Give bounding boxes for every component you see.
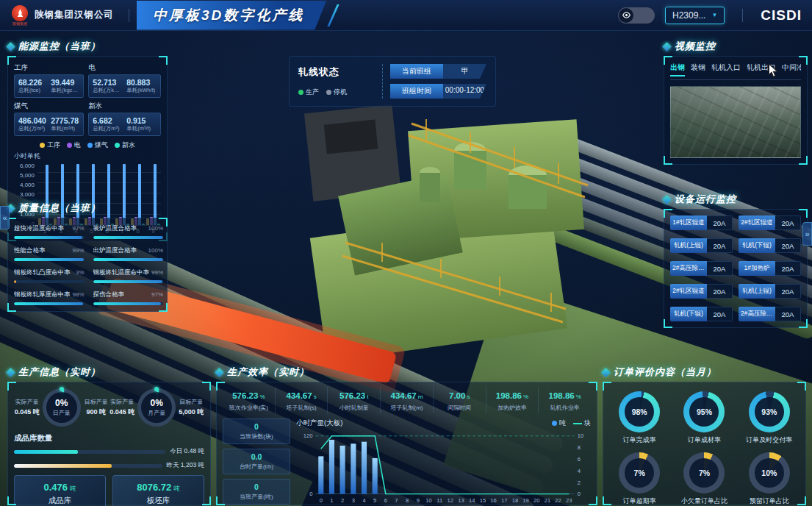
- device-item[interactable]: 轧机(上辊)20A: [739, 284, 801, 299]
- video-tab[interactable]: 中间冷: [782, 63, 801, 76]
- gauge-side-label: 实际产量: [15, 398, 40, 406]
- device-item[interactable]: 轧机(下辊)20A: [739, 238, 801, 253]
- hourly-chart-svg: 1200108642001234567891011121314151617181…: [296, 428, 591, 505]
- svg-text:3: 3: [352, 498, 355, 504]
- legend-dot: [326, 90, 331, 95]
- energy-value: 486.040: [18, 116, 47, 125]
- gauge-percent: 0%: [55, 398, 68, 408]
- energy-card: 52.713总耗(万kWh)80.883单耗(kWh/t): [88, 74, 161, 98]
- device-item[interactable]: 2#轧区辊道20A: [739, 215, 801, 230]
- video-frame[interactable]: [670, 86, 801, 158]
- stock-box-label: 板坯库: [116, 496, 201, 506]
- production-title: 生产信息（实时）: [18, 366, 101, 379]
- video-panel: 视频监控 出钢装钢轧机入口轧机出口中间冷电动热…: [664, 40, 808, 165]
- device-value: 20A: [775, 238, 801, 253]
- line-status-label: 班组时间: [390, 84, 443, 99]
- energy-metric: 6.682总耗(万m³): [93, 116, 123, 132]
- line-status-rows: 当前班组甲班组时间00:00-12:00: [390, 64, 486, 99]
- stat-unit: %: [523, 393, 528, 400]
- gauge-percent: 0%: [151, 398, 163, 408]
- line-status-legend: 生产停机: [298, 88, 375, 97]
- legend-item: 吨: [552, 418, 566, 428]
- stock-bars: 今日 0.48 吨昨天 1,203 吨: [14, 447, 204, 470]
- visibility-toggle[interactable]: [618, 7, 655, 24]
- quality-item: 钢板终轧温度命中率99%: [93, 268, 164, 283]
- device-name: 2#轧区辊道: [670, 284, 707, 299]
- quality-bar-fill: [93, 258, 164, 261]
- device-value: 20A: [707, 215, 733, 230]
- quality-label: 钢板终轧凸度命中率: [14, 268, 71, 277]
- energy-card: 68.226总耗(tce)39.449单耗(kgce/t): [14, 74, 84, 98]
- stat-label: 坯子轧制(m): [383, 404, 431, 412]
- quality-percent: 100%: [148, 225, 163, 232]
- gauge-side-value: 5,000 吨: [179, 407, 204, 417]
- gauge-side-label: 目标产量: [84, 398, 109, 406]
- device-item[interactable]: 2#高压除鳞泵20A: [670, 261, 733, 276]
- device-name: 轧机(上辊): [739, 284, 775, 299]
- energy-label: 总耗(tce): [18, 87, 47, 94]
- device-name: 2#高压除鳞泵: [670, 261, 707, 276]
- quality-bar-fill: [14, 302, 83, 305]
- device-value: 20A: [775, 307, 801, 321]
- video-tab[interactable]: 出钢: [670, 63, 685, 76]
- hourly-chart-legend: 吨块: [552, 418, 591, 428]
- svg-text:12: 12: [448, 498, 453, 504]
- quality-percent: 97%: [151, 291, 163, 298]
- y-tick: 3,000: [14, 191, 35, 198]
- stock-bar-label: 今日 0.48 吨: [170, 447, 204, 456]
- device-value: 20A: [707, 238, 733, 253]
- quality-bar: [93, 280, 164, 283]
- quality-panel: 质量信息（当班） 超快冷温度命中率97%装炉温度合格率100%性能合格率99%出…: [7, 202, 168, 312]
- donut-label: 订单成材率: [674, 435, 734, 445]
- orders-title: 订单评价内容（当月）: [614, 366, 716, 379]
- stat-label: 加热炉效率: [489, 404, 536, 412]
- quality-label: 超快冷温度命中率: [14, 224, 64, 233]
- device-item[interactable]: 1#轧区辊道20A: [670, 215, 733, 230]
- video-tab[interactable]: 轧机入口: [711, 63, 741, 76]
- legend-item: 生产: [298, 88, 319, 97]
- energy-label: 单耗(m³/t): [126, 125, 157, 132]
- stock-box: 8076.72吨板坯库: [112, 475, 204, 506]
- efficiency-stat: 576.23%班次作业率(实): [223, 387, 276, 413]
- right-drawer-handle[interactable]: »: [802, 222, 812, 246]
- device-item[interactable]: 1#加热炉20A: [739, 261, 801, 276]
- energy-metrics: 工序68.226总耗(tce)39.449单耗(kgce/t)电52.713总耗…: [14, 63, 161, 136]
- svg-text:7: 7: [395, 498, 398, 504]
- legend-label: 吨: [559, 418, 566, 428]
- device-item[interactable]: 2#高压除鳞泵20A: [739, 307, 801, 321]
- company-logo-caption: 陕钢集团: [12, 21, 27, 26]
- device-item[interactable]: 轧机(下辊)20A: [670, 307, 733, 321]
- device-item[interactable]: 轧机(上辊)20A: [670, 238, 733, 253]
- device-monitor-title: 设备运行监控: [675, 193, 736, 206]
- svg-text:22: 22: [555, 498, 561, 504]
- device-item[interactable]: 2#轧区辊道20A: [670, 284, 733, 299]
- donut-chart: 7%: [683, 452, 725, 493]
- line-status-row: 当前班组甲: [390, 64, 486, 79]
- efficiency-stat: 198.86%加热炉效率: [486, 387, 539, 413]
- legend-dot: [115, 143, 120, 148]
- heat-number-select[interactable]: H2309... ▼: [665, 7, 725, 24]
- quality-bar: [14, 280, 85, 283]
- svg-text:18: 18: [512, 498, 518, 504]
- side-stat-value: 0.0: [225, 452, 288, 461]
- svg-text:23: 23: [566, 498, 572, 504]
- energy-group-name: 煤气: [14, 101, 84, 111]
- energy-label: 总耗(万kWh): [93, 87, 123, 94]
- left-drawer-handle[interactable]: «: [0, 206, 10, 229]
- stock-box-value: 0.476: [43, 482, 68, 493]
- energy-label: 总耗(万m³): [18, 125, 47, 132]
- quality-percent: 100%: [148, 247, 163, 254]
- energy-metric: 52.713总耗(万kWh): [93, 78, 123, 94]
- video-tab[interactable]: 装钢: [691, 63, 705, 76]
- energy-metric: 68.226总耗(tce): [18, 78, 47, 94]
- video-tab[interactable]: 轧机出口: [747, 63, 776, 76]
- efficiency-stat: 576.23t小时轧制量: [328, 387, 381, 413]
- device-name: 2#轧区辊道: [739, 215, 775, 230]
- stat-unit: t: [367, 393, 368, 400]
- quality-label: 出炉温度合格率: [93, 246, 137, 255]
- energy-metric: 0.915单耗(m³/t): [126, 116, 157, 132]
- hourly-output-chart: 小时产量(大板) 吨块 1200108642001234567891011121…: [296, 418, 591, 505]
- svg-text:14: 14: [469, 498, 475, 504]
- efficiency-stat: 434.67m坯子轧制(m): [381, 387, 434, 413]
- energy-card: 6.682总耗(万m³)0.915单耗(m³/t): [88, 113, 161, 136]
